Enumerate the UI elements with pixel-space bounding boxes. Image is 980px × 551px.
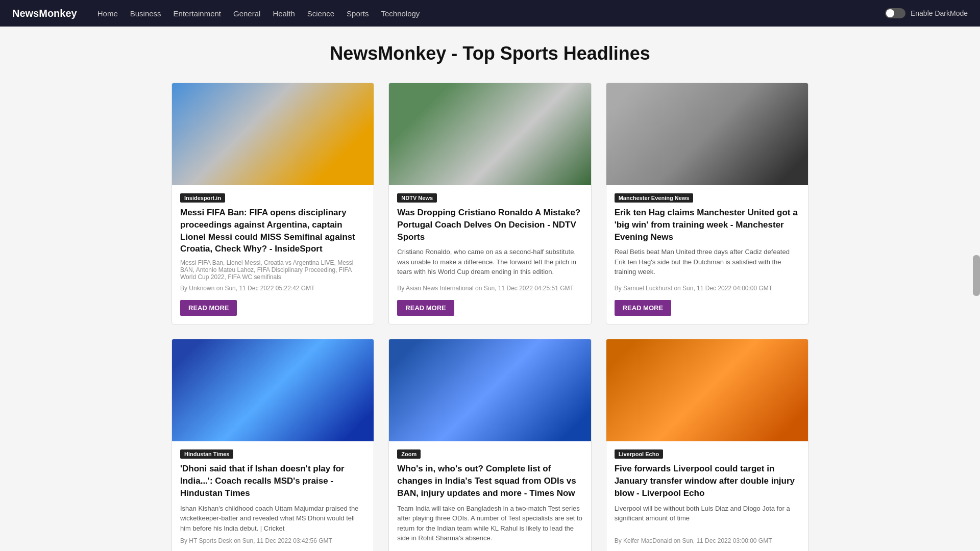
read-more-button-3[interactable]: READ MORE <box>615 300 671 316</box>
card-desc-5: Team India will take on Bangladesh in a … <box>397 504 582 545</box>
card-image-2 <box>389 83 591 185</box>
card-image-4 <box>172 339 374 441</box>
source-badge-4: Hindustan Times <box>180 449 233 459</box>
card-desc-6: Liverpool will be without both Luis Diaz… <box>615 504 800 534</box>
nav-health[interactable]: Health <box>273 9 295 18</box>
read-more-button-2[interactable]: READ MORE <box>397 300 454 316</box>
card-title-4: 'Dhoni said that if Ishan doesn't play f… <box>180 463 365 499</box>
card-meta-2: By Asian News International on Sun, 11 D… <box>397 285 582 292</box>
card-meta-3: By Samuel Luckhurst on Sun, 11 Dec 2022 … <box>615 285 800 292</box>
card-meta-6: By Keifer MacDonald on Sun, 11 Dec 2022 … <box>615 537 800 544</box>
nav-links: Home Business Entertainment General Heal… <box>97 9 871 18</box>
page-title: NewsMonkey - Top Sports Headlines <box>172 43 808 64</box>
nav-technology[interactable]: Technology <box>381 9 420 18</box>
darkmode-toggle[interactable] <box>885 8 905 18</box>
nav-entertainment[interactable]: Entertainment <box>174 9 221 18</box>
brand-logo: NewsMonkey <box>12 8 77 19</box>
card-body-1: Insidesport.inMessi FIFA Ban: FIFA opens… <box>172 185 374 324</box>
nav-business[interactable]: Business <box>130 9 161 18</box>
card-meta-1: By Unknown on Sun, 11 Dec 2022 05:22:42 … <box>180 285 365 292</box>
scrollbar[interactable] <box>973 255 980 296</box>
card-title-2: Was Dropping Cristiano Ronaldo A Mistake… <box>397 207 582 243</box>
news-card-3: Manchester Evening NewsErik ten Hag clai… <box>606 83 808 324</box>
card-body-4: Hindustan Times'Dhoni said that if Ishan… <box>172 441 374 551</box>
toggle-knob <box>886 9 894 17</box>
card-title-5: Who's in, who's out? Complete list of ch… <box>397 463 582 499</box>
card-meta-4: By HT Sports Desk on Sun, 11 Dec 2022 03… <box>180 537 365 544</box>
news-card-1: Insidesport.inMessi FIFA Ban: FIFA opens… <box>172 83 374 324</box>
card-tags-1: Messi FIFA Ban, Lionel Messi, Croatia vs… <box>180 259 365 281</box>
main-content: NewsMonkey - Top Sports Headlines Inside… <box>163 27 817 551</box>
nav-sports[interactable]: Sports <box>347 9 369 18</box>
card-image-1 <box>172 83 374 185</box>
nav-general[interactable]: General <box>233 9 260 18</box>
news-card-4: Hindustan Times'Dhoni said that if Ishan… <box>172 339 374 551</box>
card-desc-3: Real Betis beat Man United three days af… <box>615 247 800 281</box>
card-desc-4: Ishan Kishan's childhood coach Uttam Maj… <box>180 504 365 534</box>
source-badge-2: NDTV News <box>397 193 437 203</box>
source-badge-5: Zoom <box>397 449 421 459</box>
darkmode-toggle-area: Enable DarkMode <box>885 8 968 18</box>
card-image-6 <box>606 339 808 441</box>
source-badge-3: Manchester Evening News <box>615 193 694 203</box>
read-more-button-1[interactable]: READ MORE <box>180 300 237 316</box>
card-title-6: Five forwards Liverpool could target in … <box>615 463 800 499</box>
card-body-6: Liverpool EchoFive forwards Liverpool co… <box>606 441 808 551</box>
nav-science[interactable]: Science <box>307 9 334 18</box>
card-image-3 <box>606 83 808 185</box>
card-body-5: ZoomWho's in, who's out? Complete list o… <box>389 441 591 551</box>
card-body-2: NDTV NewsWas Dropping Cristiano Ronaldo … <box>389 185 591 324</box>
news-card-5: ZoomWho's in, who's out? Complete list o… <box>388 339 591 551</box>
card-title-1: Messi FIFA Ban: FIFA opens disciplinary … <box>180 207 365 255</box>
nav-home[interactable]: Home <box>97 9 118 18</box>
news-grid: Insidesport.inMessi FIFA Ban: FIFA opens… <box>172 83 808 551</box>
card-desc-2: Cristiano Ronaldo, who came on as a seco… <box>397 247 582 281</box>
source-badge-1: Insidesport.in <box>180 193 225 203</box>
darkmode-label: Enable DarkMode <box>911 9 968 17</box>
news-card-6: Liverpool EchoFive forwards Liverpool co… <box>606 339 808 551</box>
source-badge-6: Liverpool Echo <box>615 449 663 459</box>
news-card-2: NDTV NewsWas Dropping Cristiano Ronaldo … <box>388 83 591 324</box>
card-body-3: Manchester Evening NewsErik ten Hag clai… <box>606 185 808 324</box>
card-title-3: Erik ten Hag claims Manchester United go… <box>615 207 800 243</box>
navbar: NewsMonkey Home Business Entertainment G… <box>0 0 980 27</box>
card-image-5 <box>389 339 591 441</box>
